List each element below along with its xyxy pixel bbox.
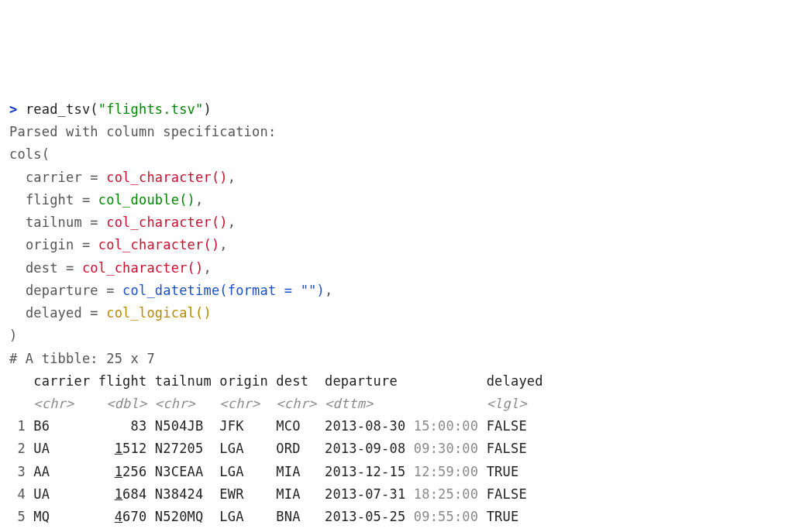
- command-arg: "flights.tsv": [98, 101, 204, 117]
- r-console[interactable]: > read_tsv("flights.tsv") Parsed with co…: [9, 98, 797, 528]
- table-column-header: carrier flight tailnum origin dest depar…: [9, 373, 543, 389]
- prompt-symbol: >: [9, 101, 17, 117]
- colspec-list: carrier = col_character(), flight = col_…: [9, 170, 332, 321]
- message-line: Parsed with column specification:: [9, 124, 276, 139]
- table-type-header: <chr> <dbl> <chr> <chr> <chr> <dttm> <lg…: [9, 396, 543, 411]
- tibble-header: # A tibble: 25 x 7: [9, 351, 155, 366]
- cols-close: ): [9, 328, 17, 343]
- command-fn: read_tsv: [26, 101, 90, 117]
- cols-open: cols(: [9, 146, 50, 162]
- table-body: 1 B6 83 N504JB JFK MCO 2013-08-30 15:00:…: [9, 418, 527, 524]
